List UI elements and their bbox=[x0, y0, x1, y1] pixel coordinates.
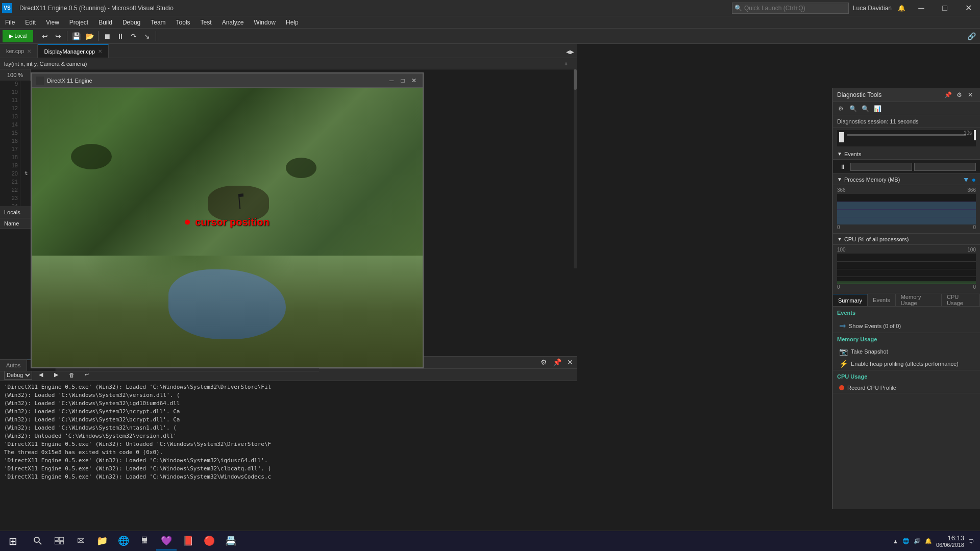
record-cpu-label: Record CPU Profile bbox=[847, 385, 974, 391]
diag-settings-btn[interactable]: ⚙ bbox=[835, 103, 846, 114]
summary-take-snapshot[interactable]: 📷 Take Snapshot bbox=[833, 345, 980, 358]
maximize-button[interactable]: □ bbox=[933, 0, 957, 16]
memory-gridline-3 bbox=[837, 217, 976, 217]
notification-icon[interactable]: 🔔 bbox=[898, 5, 905, 12]
taskbar-pdf[interactable]: 📕 bbox=[178, 532, 198, 550]
diag-settings2[interactable]: ⚙ bbox=[953, 89, 965, 101]
window-controls[interactable]: ─ □ ✕ bbox=[910, 0, 980, 16]
taskbar-chrome[interactable]: 🌐 bbox=[113, 532, 134, 550]
summary-record-cpu[interactable]: Record CPU Profile bbox=[833, 383, 980, 393]
output-content[interactable]: 'DirectX11 Engine 0.5.exe' (Win32): Load… bbox=[0, 381, 577, 494]
memory-filter-icon[interactable]: ▼ bbox=[963, 176, 970, 184]
summary-tab-memory[interactable]: Memory Usage bbox=[896, 294, 942, 306]
menu-edit[interactable]: Edit bbox=[20, 16, 41, 29]
output-pin[interactable]: 📌 bbox=[551, 356, 563, 368]
toolbar-open[interactable]: 📂 bbox=[83, 30, 95, 42]
output-close[interactable]: ✕ bbox=[564, 356, 576, 368]
menu-analyze[interactable]: Analyze bbox=[217, 16, 249, 29]
game-close[interactable]: ✕ bbox=[409, 76, 419, 85]
menu-tools[interactable]: Tools bbox=[171, 16, 195, 29]
events-pause[interactable]: ⏸ bbox=[837, 161, 848, 172]
taskbar-taskview[interactable] bbox=[49, 532, 69, 550]
menu-team[interactable]: Team bbox=[145, 16, 170, 29]
toolbar-undo[interactable]: ↩ bbox=[39, 30, 51, 42]
taskbar-network-icon[interactable]: 🌐 bbox=[902, 538, 910, 544]
menu-test[interactable]: Test bbox=[195, 16, 217, 29]
events-section-header[interactable]: ▼ Events bbox=[833, 148, 980, 160]
tab-autos[interactable]: Autos bbox=[0, 360, 27, 371]
diagnostic-title: Diagnostic Tools 📌 ⚙ ✕ bbox=[833, 88, 980, 102]
output-settings[interactable]: ⚙ bbox=[537, 356, 550, 368]
diag-chart-btn[interactable]: 📊 bbox=[872, 103, 883, 114]
memory-section-header[interactable]: ▼ Process Memory (MB) ▼ ● bbox=[833, 174, 980, 185]
editor-scrollbar[interactable] bbox=[574, 69, 577, 268]
menu-project[interactable]: Project bbox=[64, 16, 93, 29]
menu-help[interactable]: Help bbox=[281, 16, 304, 29]
editor-scroll-thumb[interactable] bbox=[574, 69, 577, 90]
taskbar-card[interactable]: 📇 bbox=[220, 532, 241, 550]
timeline-bar bbox=[847, 134, 966, 136]
tab-ker-close[interactable]: ✕ bbox=[27, 48, 31, 54]
game-maximize[interactable]: □ bbox=[398, 76, 407, 85]
close-button[interactable]: ✕ bbox=[957, 0, 980, 16]
search-input[interactable] bbox=[744, 5, 846, 12]
diag-close2[interactable]: ✕ bbox=[965, 89, 976, 101]
diag-zoom-in[interactable]: 🔍 bbox=[847, 103, 859, 114]
summary-tab-summary[interactable]: Summary bbox=[833, 294, 868, 306]
menu-debug[interactable]: Debug bbox=[117, 16, 145, 29]
breadcrumb-expand[interactable]: + bbox=[560, 58, 572, 70]
titlebar: VS DirectX11 Engine 0.5 (Running) - Micr… bbox=[0, 0, 980, 16]
minimize-button[interactable]: ─ bbox=[910, 0, 933, 16]
toolbar-start[interactable]: ▶ Local bbox=[3, 30, 33, 42]
taskbar-notification-icon[interactable]: 🔔 bbox=[925, 538, 932, 544]
taskbar-start-button[interactable]: ⊞ bbox=[0, 531, 26, 552]
output-line: (Win32): Unloaded 'C:\Windows\System32\v… bbox=[4, 432, 573, 440]
menu-view[interactable]: View bbox=[41, 16, 64, 29]
summary-events-section: Events ⇒ Show Events (0 of 0) bbox=[833, 307, 980, 333]
diag-zoom-out[interactable]: 🔍 bbox=[860, 103, 871, 114]
memory-chart-container: 366 366 0 0 bbox=[833, 185, 980, 234]
output-source-select[interactable]: Debug bbox=[4, 370, 32, 380]
window-title: DirectX11 Engine 0.5 (Running) - Microso… bbox=[19, 5, 732, 12]
taskbar-mail[interactable]: ✉ bbox=[70, 532, 91, 550]
summary-tab-cpu[interactable]: CPU Usage bbox=[942, 294, 980, 306]
summary-show-events[interactable]: ⇒ Show Events (0 of 0) bbox=[833, 319, 980, 333]
tab-overflow[interactable]: ◀▶ bbox=[564, 45, 576, 58]
tab-displaymanager[interactable]: DisplayManager.cpp ✕ bbox=[38, 44, 109, 58]
game-win-controls[interactable]: ─ □ ✕ bbox=[387, 76, 419, 85]
search-box[interactable]: 🔍 bbox=[732, 3, 849, 14]
summary-tab-events[interactable]: Events bbox=[868, 294, 896, 306]
game-minimize[interactable]: ─ bbox=[387, 76, 396, 85]
toolbar-step-in[interactable]: ↘ bbox=[141, 30, 153, 42]
taskbar-clock[interactable]: 16:13 06/06/2018 bbox=[936, 534, 964, 548]
taskbar-amd[interactable]: 🔴 bbox=[199, 532, 219, 550]
tab-display-close[interactable]: ✕ bbox=[98, 48, 102, 54]
toolbar-step-over[interactable]: ↷ bbox=[128, 30, 140, 42]
summary-cpu-section: CPU Usage Record CPU Profile bbox=[833, 370, 980, 393]
timeline-start-thumb[interactable] bbox=[839, 132, 844, 142]
taskbar-explorer[interactable]: 📁 bbox=[92, 532, 112, 550]
summary-enable-heap[interactable]: ⚡ Enable heap profiling (affects perform… bbox=[833, 358, 980, 370]
toolbar-debug-stop[interactable]: ⏹ bbox=[101, 30, 113, 42]
output-line: 'DirectX11 Engine 0.5.exe' (Win32): Unlo… bbox=[4, 440, 573, 448]
tab-ker-cpp[interactable]: ker.cpp ✕ bbox=[0, 44, 38, 58]
diag-pin[interactable]: 📌 bbox=[942, 89, 953, 101]
summary-memory-title: Memory Usage bbox=[833, 333, 980, 345]
taskbar-arrow-up[interactable]: ▲ bbox=[893, 538, 898, 544]
taskbar-notification-badge[interactable]: 🗨 bbox=[968, 538, 974, 544]
toolbar-redo[interactable]: ↪ bbox=[52, 30, 64, 42]
menu-build[interactable]: Build bbox=[93, 16, 117, 29]
taskbar-volume-icon[interactable]: 🔊 bbox=[914, 538, 921, 544]
events-bar-fill2 bbox=[914, 163, 976, 171]
timeline-end-thumb[interactable] bbox=[974, 130, 976, 140]
toolbar-pause[interactable]: ⏸ bbox=[114, 30, 127, 42]
taskbar-vs[interactable]: 💜 bbox=[156, 532, 177, 550]
taskbar-calc[interactable]: 🖩 bbox=[135, 532, 155, 550]
menu-window[interactable]: Window bbox=[249, 16, 281, 29]
cpu-section-header[interactable]: ▼ CPU (% of all processors) bbox=[833, 234, 980, 245]
summary-events-title: Events bbox=[833, 307, 980, 319]
toolbar-save[interactable]: 💾 bbox=[70, 30, 82, 42]
toolbar-attach[interactable]: 🔗 bbox=[965, 30, 977, 42]
menu-file[interactable]: File bbox=[0, 16, 20, 29]
taskbar-search[interactable] bbox=[28, 532, 48, 550]
